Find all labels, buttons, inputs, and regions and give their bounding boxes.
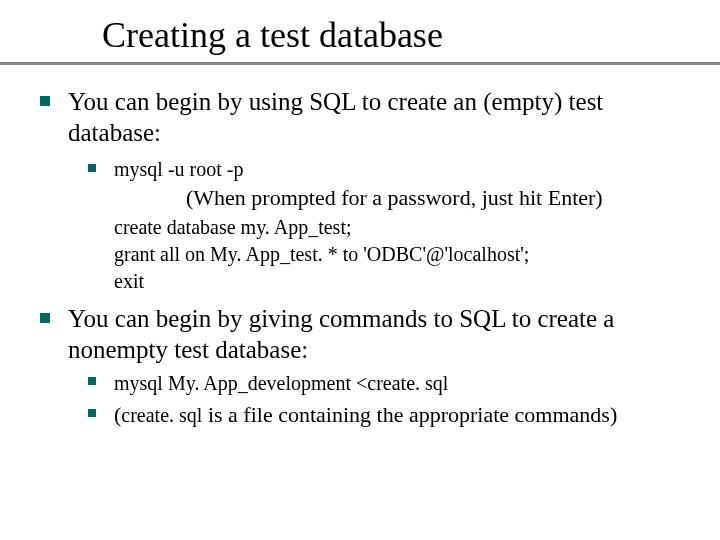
square-bullet-icon [40, 96, 50, 106]
slide: Creating a test database You can begin b… [0, 0, 720, 540]
note-suffix: is a file containing the appropriate com… [202, 402, 617, 427]
square-bullet-icon [40, 313, 50, 323]
list-item: You can begin by using SQL to create an … [38, 86, 690, 149]
inline-code: create. sql [121, 404, 202, 426]
page-title: Creating a test database [102, 16, 690, 56]
square-bullet-icon [88, 409, 96, 417]
list-item: You can begin by giving commands to SQL … [38, 303, 690, 366]
square-bullet-icon [88, 164, 96, 172]
list-item-text: (create. sql is a file containing the ap… [114, 401, 617, 429]
code-block: create database my. App_test; grant all … [114, 214, 690, 295]
title-underline [0, 62, 720, 65]
code-line: create database my. App_test; [114, 214, 690, 241]
list-item-text: You can begin by giving commands to SQL … [68, 303, 680, 366]
content: You can begin by using SQL to create an … [30, 70, 690, 429]
command-text: mysql -u root -p [114, 158, 243, 180]
list-item: (create. sql is a file containing the ap… [86, 401, 690, 429]
code-line: exit [114, 268, 690, 295]
list-item-text: mysql My. App_development <create. sql [114, 369, 448, 397]
square-bullet-icon [88, 377, 96, 385]
title-wrap: Creating a test database [30, 8, 690, 70]
note-text: (When prompted for a password, just hit … [186, 184, 690, 212]
list-item: mysql -u root -p [86, 156, 690, 182]
command-text: mysql My. App_development <create. sql [114, 372, 448, 394]
list-item-text: You can begin by using SQL to create an … [68, 86, 680, 149]
list-item-text: mysql -u root -p [114, 156, 243, 182]
list-item: mysql My. App_development <create. sql [86, 369, 690, 397]
code-line: grant all on My. App_test. * to 'ODBC'@'… [114, 241, 690, 268]
